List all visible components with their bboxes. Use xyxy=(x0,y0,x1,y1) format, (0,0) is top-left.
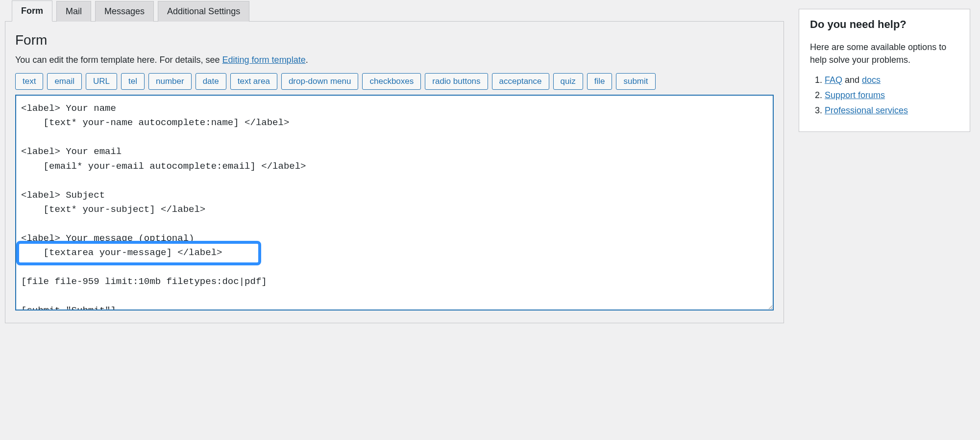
tab-mail[interactable]: Mail xyxy=(56,1,91,22)
editor-tabs: FormMailMessagesAdditional Settings xyxy=(12,0,784,21)
help-item: Support forums xyxy=(825,90,959,101)
help-link[interactable]: docs xyxy=(862,75,881,85)
form-template-textarea[interactable] xyxy=(15,95,774,311)
tag-button-email[interactable]: email xyxy=(47,73,82,90)
tag-button-url[interactable]: URL xyxy=(86,73,117,90)
help-intro: Here are some available options to help … xyxy=(810,41,959,66)
tag-button-tel[interactable]: tel xyxy=(121,73,145,90)
tag-button-acceptance[interactable]: acceptance xyxy=(492,73,549,90)
editing-template-link[interactable]: Editing form template xyxy=(222,55,306,65)
tag-button-text[interactable]: text xyxy=(15,73,43,90)
tag-button-date[interactable]: date xyxy=(196,73,226,90)
tab-additional-settings[interactable]: Additional Settings xyxy=(158,1,249,22)
tab-form[interactable]: Form xyxy=(12,0,52,22)
tag-button-quiz[interactable]: quiz xyxy=(553,73,583,90)
help-sidebar: Do you need help? Here are some availabl… xyxy=(799,9,970,132)
tag-button-drop-down-menu[interactable]: drop-down menu xyxy=(281,73,359,90)
help-link[interactable]: FAQ xyxy=(825,75,842,85)
panel-description: You can edit the form template here. For… xyxy=(15,55,774,65)
tag-button-text-area[interactable]: text area xyxy=(230,73,277,90)
form-panel: Form You can edit the form template here… xyxy=(5,21,784,323)
panel-heading: Form xyxy=(15,32,774,48)
tag-button-radio-buttons[interactable]: radio buttons xyxy=(425,73,488,90)
tag-button-file[interactable]: file xyxy=(587,73,612,90)
tag-button-submit[interactable]: submit xyxy=(616,73,655,90)
help-item: Professional services xyxy=(825,105,959,116)
tab-messages[interactable]: Messages xyxy=(95,1,154,22)
tag-button-checkboxes[interactable]: checkboxes xyxy=(362,73,421,90)
help-title: Do you need help? xyxy=(810,18,959,31)
tag-button-number[interactable]: number xyxy=(148,73,192,90)
help-link[interactable]: Support forums xyxy=(825,90,885,100)
help-link[interactable]: Professional services xyxy=(825,105,908,115)
form-tag-buttons: textemailURLtelnumberdatetext areadrop-d… xyxy=(15,73,774,90)
help-options-list: FAQ and docsSupport forumsProfessional s… xyxy=(810,75,959,116)
help-item: FAQ and docs xyxy=(825,75,959,85)
